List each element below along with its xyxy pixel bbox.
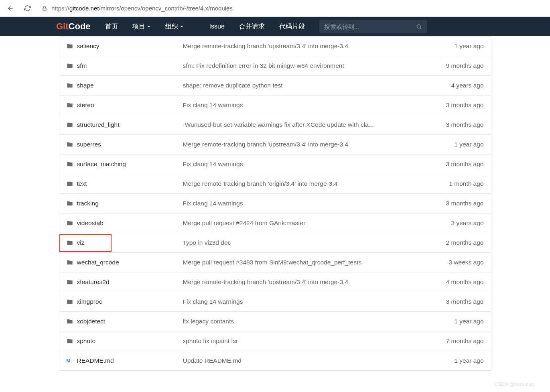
commit-time: 2 months ago (432, 239, 484, 246)
folder-icon (67, 82, 73, 89)
commit-time: 3 years ago (432, 219, 484, 227)
file-name-cell[interactable]: ximgproc (67, 298, 183, 305)
file-name-cell[interactable]: stereo (67, 102, 183, 109)
file-name[interactable]: sfm (77, 62, 87, 69)
file-name-cell[interactable]: viz (67, 239, 183, 246)
nav-projects[interactable]: 项目 (125, 17, 158, 36)
nav-orgs[interactable]: 组织 (158, 17, 191, 36)
table-row[interactable]: sfmsfm: Fix redefinition error in 32 bit… (59, 56, 491, 75)
table-row[interactable]: surface_matchingFix clang 14 warnings3 m… (59, 154, 491, 174)
folder-icon (67, 43, 73, 49)
file-name-cell[interactable]: sfm (67, 62, 183, 69)
table-row[interactable]: shapeshape: remove duplicate python test… (59, 75, 491, 95)
file-name[interactable]: wechat_qrcode (77, 259, 119, 266)
folder-icon (67, 200, 73, 207)
file-name[interactable]: stereo (77, 102, 94, 109)
file-name-cell[interactable]: xobjdetect (67, 318, 183, 325)
file-name[interactable]: text (77, 180, 87, 187)
commit-time: 1 year ago (432, 43, 484, 50)
nav-snippets[interactable]: 代码片段 (272, 17, 312, 36)
commit-time: 1 month ago (432, 180, 484, 187)
commit-message[interactable]: Fix clang 14 warnings (183, 160, 432, 168)
nav-issue[interactable]: Issue (202, 17, 232, 36)
search-icon[interactable] (416, 24, 422, 30)
file-name-cell[interactable]: text (67, 180, 183, 187)
table-row[interactable]: structured_light-Wunused-but-set-variabl… (59, 115, 491, 134)
lock-icon (42, 6, 47, 11)
file-name-cell[interactable]: M↓README.md (67, 357, 183, 364)
folder-icon (67, 181, 73, 187)
url-text: https://gitcode.net/mirrors/opencv/openc… (51, 5, 233, 12)
logo[interactable]: GitCode (56, 21, 91, 32)
file-name[interactable]: xobjdetect (77, 318, 106, 325)
address-bar[interactable]: https://gitcode.net/mirrors/opencv/openc… (39, 5, 545, 12)
commit-message[interactable]: Merge remote-tracking branch 'upstream/3… (183, 141, 432, 148)
nav-merge[interactable]: 合并请求 (232, 17, 272, 36)
commit-message[interactable]: -Wunused-but-set-variable warnings fix a… (183, 121, 432, 128)
folder-icon (67, 122, 73, 128)
file-name-cell[interactable]: wechat_qrcode (67, 259, 183, 266)
table-row[interactable]: xobjdetectfix legacy contants1 year ago (59, 311, 491, 331)
table-row[interactable]: saliencyMerge remote-tracking branch 'up… (59, 36, 491, 56)
file-name[interactable]: xphoto (77, 337, 96, 345)
commit-message[interactable]: Merge remote-tracking branch 'upstream/3… (183, 43, 432, 50)
folder-icon (67, 141, 73, 148)
commit-message[interactable]: xphoto fix inpaint fsr (183, 337, 432, 345)
file-name-cell[interactable]: shape (67, 82, 183, 89)
commit-message[interactable]: Merge remote-tracking branch 'upstream/3… (183, 278, 432, 286)
file-name[interactable]: shape (77, 82, 94, 89)
commit-message[interactable]: Merge remote-tracking branch 'origin/3.4… (183, 180, 432, 187)
commit-time: 9 months ago (432, 62, 484, 69)
commit-message[interactable]: shape: remove duplicate python test (183, 82, 432, 89)
folder-icon (67, 318, 73, 325)
commit-message[interactable]: sfm: Fix redefinition error in 32 bit mi… (183, 62, 432, 69)
file-name[interactable]: videostab (77, 219, 104, 227)
commit-message[interactable]: fix legacy contants (183, 318, 432, 325)
file-name-cell[interactable]: superres (67, 141, 183, 148)
commit-message[interactable]: Typo in viz3d doc (183, 239, 432, 246)
file-name[interactable]: ximgproc (77, 298, 102, 305)
file-name-cell[interactable]: xphoto (67, 337, 183, 345)
file-name-cell[interactable]: saliency (67, 43, 183, 50)
commit-time: 3 months ago (432, 200, 484, 207)
file-name-cell[interactable]: videostab (67, 219, 183, 227)
file-name[interactable]: surface_matching (77, 160, 126, 168)
file-name[interactable]: structured_light (77, 121, 120, 128)
table-row[interactable]: superresMerge remote-tracking branch 'up… (59, 134, 491, 154)
file-name-cell[interactable]: surface_matching (67, 160, 183, 168)
file-name[interactable]: viz (77, 239, 85, 246)
search-input[interactable] (324, 23, 416, 30)
file-name[interactable]: README.md (77, 357, 114, 364)
commit-message[interactable]: Update README.md (183, 357, 432, 364)
table-row[interactable]: wechat_qrcodeMerge pull request #3483 fr… (59, 252, 491, 272)
file-name-cell[interactable]: xfeatures2d (67, 278, 183, 286)
table-row[interactable]: xfeatures2dMerge remote-tracking branch … (59, 272, 491, 292)
commit-message[interactable]: Merge pull request #3483 from SinM9:wech… (183, 259, 432, 266)
search-box[interactable] (319, 20, 427, 33)
table-row[interactable]: trackingFix clang 14 warnings3 months ag… (59, 193, 491, 213)
commit-message[interactable]: Fix clang 14 warnings (183, 102, 432, 109)
table-row[interactable]: ximgprocFix clang 14 warnings3 months ag… (59, 292, 491, 311)
table-row[interactable]: M↓README.mdUpdate README.md1 year ago (59, 351, 491, 370)
back-button[interactable] (5, 3, 16, 14)
commit-time: 3 weeks ago (432, 259, 484, 266)
reload-button[interactable] (22, 3, 33, 14)
commit-message[interactable]: Merge pull request #2424 from GArik:mast… (183, 219, 432, 227)
table-row[interactable]: videostabMerge pull request #2424 from G… (59, 213, 491, 233)
file-name[interactable]: saliency (77, 43, 99, 50)
commit-time: 3 months ago (432, 298, 484, 305)
table-row[interactable]: xphotoxphoto fix inpaint fsr7 months ago (59, 331, 491, 351)
file-name[interactable]: tracking (77, 200, 99, 207)
svg-point-1 (417, 24, 420, 28)
file-name[interactable]: xfeatures2d (77, 278, 110, 286)
file-name-cell[interactable]: tracking (67, 200, 183, 207)
top-nav: GitCode 首页 项目 组织 Issue 合并请求 代码片段 (0, 17, 550, 36)
nav-home[interactable]: 首页 (98, 17, 125, 36)
commit-message[interactable]: Fix clang 14 warnings (183, 200, 432, 207)
commit-message[interactable]: Fix clang 14 warnings (183, 298, 432, 305)
table-row[interactable]: vizTypo in viz3d doc2 months ago (59, 233, 491, 252)
file-name-cell[interactable]: structured_light (67, 121, 183, 128)
file-name[interactable]: superres (77, 141, 101, 148)
table-row[interactable]: textMerge remote-tracking branch 'origin… (59, 174, 491, 193)
table-row[interactable]: stereoFix clang 14 warnings3 months ago (59, 95, 491, 115)
